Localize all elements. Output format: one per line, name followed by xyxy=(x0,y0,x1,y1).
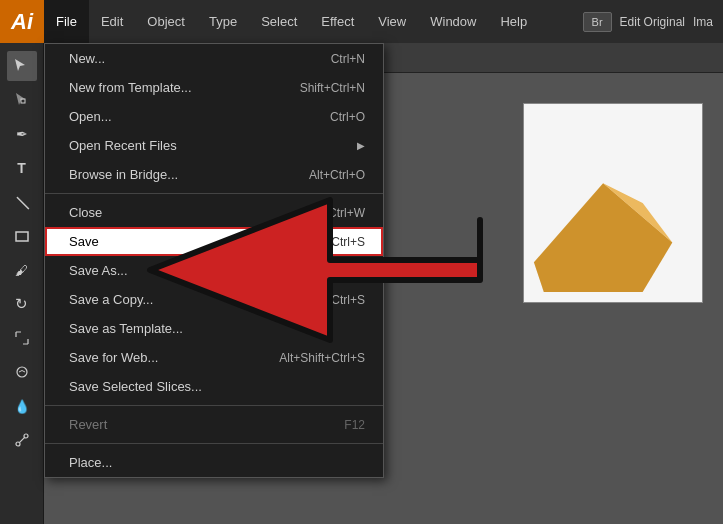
menu-item-save-slices-label: Save Selected Slices... xyxy=(69,379,202,394)
tool-select[interactable] xyxy=(7,51,37,81)
menu-item-save-copy[interactable]: Save a Copy... Alt+Ctrl+S xyxy=(45,285,383,314)
menu-item-save-as-label: Save As... xyxy=(69,263,128,278)
menu-item-revert-label: Revert xyxy=(69,417,107,432)
menu-item-save-as[interactable]: Save As... Shift+Ctrl+S xyxy=(45,256,383,285)
menu-item-browse-bridge-shortcut: Alt+Ctrl+O xyxy=(309,168,365,182)
menu-item-save-copy-shortcut: Alt+Ctrl+S xyxy=(310,293,365,307)
menu-file[interactable]: File xyxy=(44,0,89,43)
toolbar-left: ✒ T | 🖌 ↻ 💧 xyxy=(0,43,44,524)
bridge-button[interactable]: Br xyxy=(583,12,612,32)
menu-edit[interactable]: Edit xyxy=(89,0,135,43)
menu-item-save-web-label: Save for Web... xyxy=(69,350,158,365)
svg-point-3 xyxy=(16,442,20,446)
menubar: Ai File Edit Object Type Select Effect V… xyxy=(0,0,723,43)
menu-item-save-template[interactable]: Save as Template... xyxy=(45,314,383,343)
canvas-inner xyxy=(524,104,702,302)
menu-item-open-recent[interactable]: Open Recent Files ▶ xyxy=(45,131,383,160)
menu-effect[interactable]: Effect xyxy=(309,0,366,43)
menu-item-save-shortcut: Ctrl+S xyxy=(331,235,365,249)
menu-help[interactable]: Help xyxy=(488,0,539,43)
menu-item-save-template-label: Save as Template... xyxy=(69,321,183,336)
menu-item-new-label: New... xyxy=(69,51,105,66)
menu-item-open-shortcut: Ctrl+O xyxy=(330,110,365,124)
menu-item-open[interactable]: Open... Ctrl+O xyxy=(45,102,383,131)
tool-warp[interactable] xyxy=(7,357,37,387)
document-canvas xyxy=(523,103,703,303)
menu-item-revert-shortcut: F12 xyxy=(344,418,365,432)
menu-item-place-label: Place... xyxy=(69,455,112,470)
menu-item-close[interactable]: Close Ctrl+W xyxy=(45,198,383,227)
ima-label: Ima xyxy=(693,15,713,29)
menu-item-save-web[interactable]: Save for Web... Alt+Shift+Ctrl+S xyxy=(45,343,383,372)
menu-item-save-as-shortcut: Shift+Ctrl+S xyxy=(300,264,365,278)
menu-item-place[interactable]: Place... xyxy=(45,448,383,477)
menu-item-revert: Revert F12 xyxy=(45,410,383,439)
svg-point-4 xyxy=(24,434,28,438)
canvas-svg xyxy=(524,104,702,302)
submenu-arrow-icon: ▶ xyxy=(357,140,365,151)
tool-rotate[interactable]: ↻ xyxy=(7,289,37,319)
tool-brush[interactable]: 🖌 xyxy=(7,255,37,285)
menu-object[interactable]: Object xyxy=(135,0,197,43)
menu-item-save[interactable]: Save Ctrl+S xyxy=(45,227,383,256)
svg-point-2 xyxy=(17,367,27,377)
menu-item-open-recent-label: Open Recent Files xyxy=(69,138,177,153)
svg-line-5 xyxy=(19,437,24,442)
menu-select[interactable]: Select xyxy=(249,0,309,43)
menu-item-browse-bridge[interactable]: Browse in Bridge... Alt+Ctrl+O xyxy=(45,160,383,189)
file-dropdown-menu: New... Ctrl+N New from Template... Shift… xyxy=(44,43,384,478)
menu-item-open-label: Open... xyxy=(69,109,112,124)
menu-item-save-label: Save xyxy=(69,234,99,249)
menu-item-close-label: Close xyxy=(69,205,102,220)
separator-3 xyxy=(45,443,383,444)
menu-item-close-shortcut: Ctrl+W xyxy=(328,206,365,220)
menu-item-new-shortcut: Ctrl+N xyxy=(331,52,365,66)
menu-item-new-template[interactable]: New from Template... Shift+Ctrl+N xyxy=(45,73,383,102)
menu-item-save-web-shortcut: Alt+Shift+Ctrl+S xyxy=(279,351,365,365)
separator-1 xyxy=(45,193,383,194)
tool-pen[interactable]: ✒ xyxy=(7,119,37,149)
menu-item-save-slices[interactable]: Save Selected Slices... xyxy=(45,372,383,401)
menu-item-browse-bridge-label: Browse in Bridge... xyxy=(69,167,178,182)
menu-item-new-template-label: New from Template... xyxy=(69,80,192,95)
edit-original-label: Edit Original xyxy=(620,15,685,29)
menu-window[interactable]: Window xyxy=(418,0,488,43)
menubar-right: Br Edit Original Ima xyxy=(583,12,723,32)
menu-type[interactable]: Type xyxy=(197,0,249,43)
menu-view[interactable]: View xyxy=(366,0,418,43)
separator-2 xyxy=(45,405,383,406)
menu-item-save-copy-label: Save a Copy... xyxy=(69,292,153,307)
tool-blend[interactable] xyxy=(7,425,37,455)
tool-type[interactable]: T xyxy=(7,153,37,183)
tool-scale[interactable] xyxy=(7,323,37,353)
app-logo: Ai xyxy=(0,0,44,43)
tool-shape[interactable] xyxy=(7,221,37,251)
tool-line[interactable]: | xyxy=(0,181,42,223)
svg-rect-1 xyxy=(16,232,28,241)
tool-eyedropper[interactable]: 💧 xyxy=(7,391,37,421)
menu-item-new-template-shortcut: Shift+Ctrl+N xyxy=(300,81,365,95)
menu-item-new[interactable]: New... Ctrl+N xyxy=(45,44,383,73)
tool-direct-select[interactable] xyxy=(7,85,37,115)
